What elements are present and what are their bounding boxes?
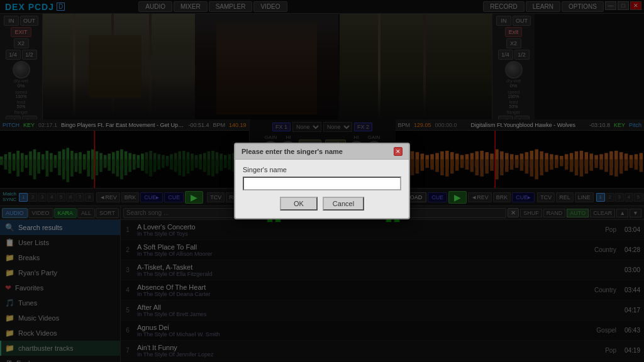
- modal-input[interactable]: [243, 177, 401, 190]
- modal-buttons: OK Cancel: [243, 197, 401, 211]
- modal-dialog: Please enter the singer's name ✕ Singer'…: [234, 143, 410, 219]
- app-wrapper: DEX PCDJ D AUDIO MIXER SAMPLER VIDEO REC…: [0, 0, 644, 362]
- modal-cancel-btn[interactable]: Cancel: [323, 197, 364, 211]
- modal-overlay: Please enter the singer's name ✕ Singer'…: [0, 0, 644, 362]
- modal-title: Please enter the singer's name: [242, 148, 343, 155]
- modal-label: Singer's name: [243, 166, 401, 173]
- modal-ok-btn[interactable]: OK: [280, 197, 318, 211]
- modal-title-bar: Please enter the singer's name ✕: [235, 144, 409, 160]
- modal-close-btn[interactable]: ✕: [394, 147, 402, 156]
